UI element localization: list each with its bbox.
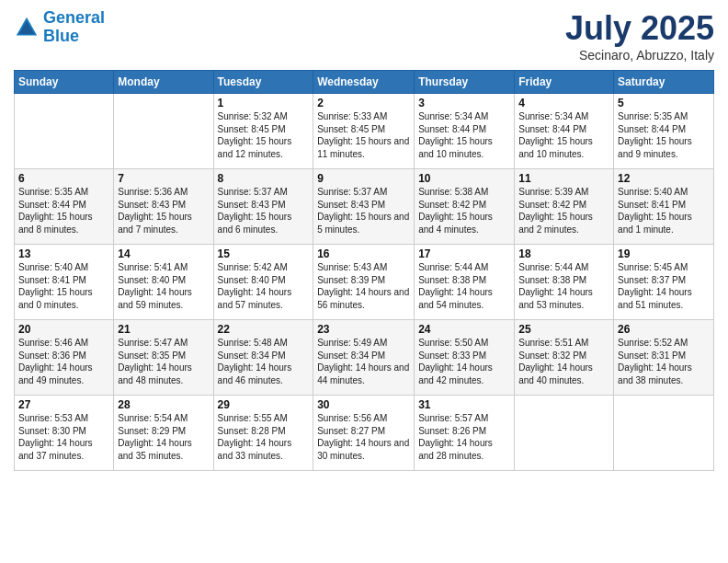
day-info: Sunrise: 5:42 AM Sunset: 8:40 PM Dayligh… xyxy=(218,261,310,311)
calendar-body: 1Sunrise: 5:32 AM Sunset: 8:45 PM Daylig… xyxy=(15,94,714,471)
day-number: 20 xyxy=(18,323,109,336)
logo-text: General Blue xyxy=(43,9,105,46)
day-cell: 20Sunrise: 5:46 AM Sunset: 8:36 PM Dayli… xyxy=(15,320,114,396)
day-info: Sunrise: 5:49 AM Sunset: 8:34 PM Dayligh… xyxy=(317,337,410,386)
day-info: Sunrise: 5:54 AM Sunset: 8:29 PM Dayligh… xyxy=(118,412,209,462)
col-monday: Monday xyxy=(114,71,213,94)
day-cell: 16Sunrise: 5:43 AM Sunset: 8:39 PM Dayli… xyxy=(313,245,415,320)
day-cell: 7Sunrise: 5:36 AM Sunset: 8:43 PM Daylig… xyxy=(114,169,213,245)
day-cell: 28Sunrise: 5:54 AM Sunset: 8:29 PM Dayli… xyxy=(114,396,213,471)
day-cell: 4Sunrise: 5:34 AM Sunset: 8:44 PM Daylig… xyxy=(515,94,614,169)
day-number: 7 xyxy=(118,172,209,185)
calendar-header: Sunday Monday Tuesday Wednesday Thursday… xyxy=(15,71,714,94)
day-info: Sunrise: 5:32 AM Sunset: 8:45 PM Dayligh… xyxy=(218,110,310,160)
day-number: 31 xyxy=(418,398,510,411)
week-row-2: 13Sunrise: 5:40 AM Sunset: 8:41 PM Dayli… xyxy=(15,245,714,320)
day-cell: 19Sunrise: 5:45 AM Sunset: 8:37 PM Dayli… xyxy=(614,245,714,320)
day-info: Sunrise: 5:56 AM Sunset: 8:27 PM Dayligh… xyxy=(317,412,410,462)
day-number: 9 xyxy=(317,172,410,185)
day-number: 5 xyxy=(618,97,710,109)
calendar: Sunday Monday Tuesday Wednesday Thursday… xyxy=(14,70,714,471)
day-info: Sunrise: 5:50 AM Sunset: 8:33 PM Dayligh… xyxy=(418,337,510,386)
day-cell: 14Sunrise: 5:41 AM Sunset: 8:40 PM Dayli… xyxy=(114,245,213,320)
col-tuesday: Tuesday xyxy=(213,71,313,94)
day-info: Sunrise: 5:33 AM Sunset: 8:45 PM Dayligh… xyxy=(317,110,410,160)
week-row-4: 27Sunrise: 5:53 AM Sunset: 8:30 PM Dayli… xyxy=(15,396,714,471)
day-info: Sunrise: 5:44 AM Sunset: 8:38 PM Dayligh… xyxy=(418,261,510,311)
day-cell: 5Sunrise: 5:35 AM Sunset: 8:44 PM Daylig… xyxy=(614,94,714,169)
day-cell: 12Sunrise: 5:40 AM Sunset: 8:41 PM Dayli… xyxy=(614,169,714,245)
day-info: Sunrise: 5:37 AM Sunset: 8:43 PM Dayligh… xyxy=(218,186,310,236)
day-info: Sunrise: 5:46 AM Sunset: 8:36 PM Dayligh… xyxy=(18,337,109,386)
day-info: Sunrise: 5:53 AM Sunset: 8:30 PM Dayligh… xyxy=(18,412,109,462)
day-cell: 18Sunrise: 5:44 AM Sunset: 8:38 PM Dayli… xyxy=(515,245,614,320)
col-sunday: Sunday xyxy=(15,71,114,94)
day-number: 29 xyxy=(218,398,310,411)
col-thursday: Thursday xyxy=(415,71,515,94)
page: General Blue July 2025 Secinaro, Abruzzo… xyxy=(0,0,728,563)
day-number: 13 xyxy=(18,247,109,260)
day-info: Sunrise: 5:41 AM Sunset: 8:40 PM Dayligh… xyxy=(118,261,209,311)
day-number: 2 xyxy=(317,97,410,109)
day-number: 27 xyxy=(18,398,109,411)
day-info: Sunrise: 5:51 AM Sunset: 8:32 PM Dayligh… xyxy=(518,337,609,386)
day-cell: 10Sunrise: 5:38 AM Sunset: 8:42 PM Dayli… xyxy=(415,169,515,245)
day-cell xyxy=(15,94,114,169)
day-number: 19 xyxy=(618,247,710,260)
day-number: 4 xyxy=(518,97,609,109)
logo-icon xyxy=(14,15,40,40)
day-info: Sunrise: 5:44 AM Sunset: 8:38 PM Dayligh… xyxy=(518,261,609,311)
day-info: Sunrise: 5:36 AM Sunset: 8:43 PM Dayligh… xyxy=(118,186,209,236)
col-saturday: Saturday xyxy=(614,71,714,94)
day-info: Sunrise: 5:39 AM Sunset: 8:42 PM Dayligh… xyxy=(518,186,609,236)
day-cell xyxy=(515,396,614,471)
main-title: July 2025 xyxy=(565,9,714,48)
day-cell: 11Sunrise: 5:39 AM Sunset: 8:42 PM Dayli… xyxy=(515,169,614,245)
day-cell: 26Sunrise: 5:52 AM Sunset: 8:31 PM Dayli… xyxy=(614,320,714,396)
day-number: 16 xyxy=(317,247,410,260)
day-cell xyxy=(114,94,213,169)
day-info: Sunrise: 5:40 AM Sunset: 8:41 PM Dayligh… xyxy=(18,261,109,311)
day-info: Sunrise: 5:37 AM Sunset: 8:43 PM Dayligh… xyxy=(317,186,410,236)
day-info: Sunrise: 5:55 AM Sunset: 8:28 PM Dayligh… xyxy=(218,412,310,462)
header-row: Sunday Monday Tuesday Wednesday Thursday… xyxy=(15,71,714,94)
day-info: Sunrise: 5:35 AM Sunset: 8:44 PM Dayligh… xyxy=(18,186,109,236)
day-cell: 30Sunrise: 5:56 AM Sunset: 8:27 PM Dayli… xyxy=(313,396,415,471)
day-number: 26 xyxy=(618,323,710,336)
day-info: Sunrise: 5:45 AM Sunset: 8:37 PM Dayligh… xyxy=(618,261,710,311)
day-cell: 21Sunrise: 5:47 AM Sunset: 8:35 PM Dayli… xyxy=(114,320,213,396)
day-number: 14 xyxy=(118,247,209,260)
day-number: 18 xyxy=(518,247,609,260)
day-info: Sunrise: 5:48 AM Sunset: 8:34 PM Dayligh… xyxy=(218,337,310,386)
title-block: July 2025 Secinaro, Abruzzo, Italy xyxy=(565,9,714,63)
day-number: 12 xyxy=(618,172,710,185)
day-cell: 9Sunrise: 5:37 AM Sunset: 8:43 PM Daylig… xyxy=(313,169,415,245)
day-cell: 23Sunrise: 5:49 AM Sunset: 8:34 PM Dayli… xyxy=(313,320,415,396)
day-cell: 2Sunrise: 5:33 AM Sunset: 8:45 PM Daylig… xyxy=(313,94,415,169)
day-cell: 13Sunrise: 5:40 AM Sunset: 8:41 PM Dayli… xyxy=(15,245,114,320)
day-info: Sunrise: 5:52 AM Sunset: 8:31 PM Dayligh… xyxy=(618,337,710,386)
day-cell: 29Sunrise: 5:55 AM Sunset: 8:28 PM Dayli… xyxy=(213,396,313,471)
day-number: 22 xyxy=(218,323,310,336)
day-number: 28 xyxy=(118,398,209,411)
day-cell: 22Sunrise: 5:48 AM Sunset: 8:34 PM Dayli… xyxy=(213,320,313,396)
subtitle: Secinaro, Abruzzo, Italy xyxy=(565,48,714,63)
day-number: 23 xyxy=(317,323,410,336)
day-cell: 1Sunrise: 5:32 AM Sunset: 8:45 PM Daylig… xyxy=(213,94,313,169)
day-number: 17 xyxy=(418,247,510,260)
day-number: 30 xyxy=(317,398,410,411)
day-info: Sunrise: 5:34 AM Sunset: 8:44 PM Dayligh… xyxy=(418,110,510,160)
day-cell: 25Sunrise: 5:51 AM Sunset: 8:32 PM Dayli… xyxy=(515,320,614,396)
day-number: 11 xyxy=(518,172,609,185)
day-number: 21 xyxy=(118,323,209,336)
header: General Blue July 2025 Secinaro, Abruzzo… xyxy=(14,9,714,63)
day-cell: 31Sunrise: 5:57 AM Sunset: 8:26 PM Dayli… xyxy=(415,396,515,471)
col-friday: Friday xyxy=(515,71,614,94)
week-row-0: 1Sunrise: 5:32 AM Sunset: 8:45 PM Daylig… xyxy=(15,94,714,169)
logo: General Blue xyxy=(14,9,105,46)
day-number: 8 xyxy=(218,172,310,185)
day-info: Sunrise: 5:43 AM Sunset: 8:39 PM Dayligh… xyxy=(317,261,410,311)
col-wednesday: Wednesday xyxy=(313,71,415,94)
day-info: Sunrise: 5:57 AM Sunset: 8:26 PM Dayligh… xyxy=(418,412,510,462)
day-number: 24 xyxy=(418,323,510,336)
